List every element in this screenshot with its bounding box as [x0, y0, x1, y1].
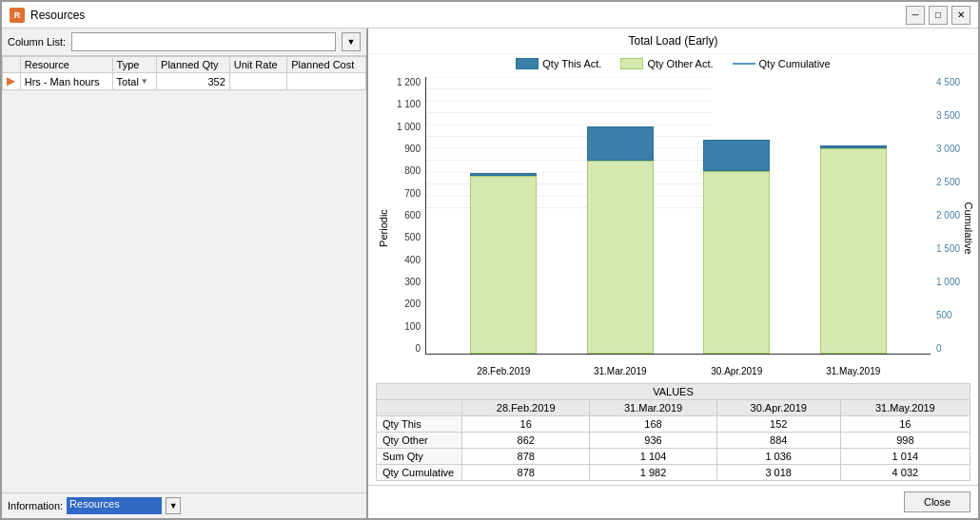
values-table-container: VALUES28.Feb.201931.Mar.201930.Apr.20193… [368, 383, 978, 485]
bar-group [465, 173, 541, 354]
values-title: VALUES [377, 384, 970, 400]
col-header-unit-rate: Unit Rate [229, 57, 286, 73]
bar-this-act [703, 140, 770, 171]
values-cell: 1 014 [840, 449, 970, 465]
values-cell: 3 018 [716, 465, 840, 481]
close-bar: Close [368, 485, 978, 518]
values-row-label: Qty Cumulative [377, 465, 462, 481]
values-row-label: Qty This [377, 416, 462, 433]
values-cell: 152 [716, 416, 840, 433]
close-window-button[interactable]: ✕ [951, 6, 970, 25]
minimize-button[interactable]: ─ [906, 6, 925, 25]
col-header-type: Type [112, 57, 156, 73]
y-axis-left-ticks: 01002003004005006007008009001 0001 1001 … [381, 77, 424, 354]
legend-qty-this-box [516, 58, 539, 69]
title-bar-left: R Resources [10, 8, 85, 23]
column-list-input[interactable] [71, 32, 336, 51]
values-row: Qty Other862936884998 [377, 433, 970, 449]
main-content: Column List: ▼ Resource Type Planned Qty… [2, 29, 978, 518]
values-row-label: Qty Other [377, 433, 462, 449]
values-cell: 998 [840, 433, 970, 449]
y-tick-left: 300 [381, 277, 424, 287]
legend-qty-this-label: Qty This Act. [542, 58, 601, 69]
y-tick-left: 500 [381, 232, 424, 242]
x-label: 30.Apr.2019 [698, 366, 774, 376]
legend-qty-other-box [620, 58, 643, 69]
unit-rate-cell [229, 73, 286, 90]
values-cell: 862 [462, 433, 590, 449]
bar-other-act [470, 176, 537, 354]
table-row: ▶ Hrs - Man hours Total ▼ 352 [3, 73, 366, 90]
col-header-planned-cost: Planned Cost [287, 57, 366, 73]
legend-qty-cumulative: Qty Cumulative [733, 58, 831, 69]
y-tick-right: 3 000 [932, 144, 976, 154]
y-tick-left: 900 [381, 144, 424, 154]
planned-cost-cell [287, 73, 366, 90]
y-tick-right: 500 [932, 310, 976, 320]
values-table: VALUES28.Feb.201931.Mar.201930.Apr.20193… [376, 383, 970, 481]
info-bar: Information: Resources ▼ [2, 492, 366, 518]
y-tick-right: 2 500 [932, 177, 976, 187]
chart-inner: 28.Feb.201931.Mar.201930.Apr.201931.May.… [425, 77, 931, 355]
values-cell: 4 032 [840, 465, 970, 481]
info-dropdown-arrow[interactable]: ▼ [166, 497, 181, 514]
col-header-1: 28.Feb.2019 [462, 400, 590, 416]
bar-stack [470, 173, 537, 354]
column-list-label: Column List: [8, 36, 66, 48]
info-select[interactable]: Resources [67, 497, 162, 514]
values-cell: 878 [462, 449, 590, 465]
y-tick-left: 400 [381, 255, 424, 265]
values-cell: 16 [840, 416, 970, 433]
x-labels: 28.Feb.201931.Mar.201930.Apr.201931.May.… [426, 366, 931, 376]
chart-area: Periodic Cumulative 28.Feb.201931.Mar.20… [368, 73, 978, 383]
y-tick-left: 1 000 [381, 122, 424, 132]
y-tick-right: 1 000 [932, 277, 976, 287]
bar-stack [703, 140, 770, 354]
legend-qty-cumulative-line [733, 63, 755, 65]
values-cell: 1 104 [590, 449, 716, 465]
x-label: 31.Mar.2019 [582, 366, 658, 376]
y-tick-right: 2 000 [932, 210, 976, 221]
y-tick-left: 1 200 [381, 77, 424, 87]
close-button[interactable]: Close [904, 491, 970, 512]
values-row: Sum Qty8781 1041 0361 014 [377, 449, 970, 465]
column-list-bar: Column List: ▼ [2, 29, 366, 56]
legend-qty-other: Qty Other Act. [620, 58, 713, 69]
resource-table: Resource Type Planned Qty Unit Rate Plan… [2, 56, 366, 90]
x-label: 31.May.2019 [815, 366, 892, 376]
type-cell: Total ▼ [112, 73, 156, 90]
legend-qty-other-label: Qty Other Act. [647, 58, 713, 69]
maximize-button[interactable]: □ [929, 6, 948, 25]
window-title: Resources [30, 9, 85, 22]
column-list-dropdown-arrow[interactable]: ▼ [342, 32, 361, 51]
bar-other-act [820, 148, 887, 354]
main-window: R Resources ─ □ ✕ Column List: ▼ [0, 0, 980, 520]
values-cell: 16 [462, 416, 590, 433]
y-tick-left: 1 100 [381, 99, 424, 109]
values-row: Qty Cumulative8781 9823 0184 032 [377, 465, 970, 481]
values-cell: 1 036 [716, 449, 840, 465]
y-tick-right: 1 500 [932, 243, 976, 254]
y-tick-left: 200 [381, 299, 424, 309]
col-header-0 [377, 400, 462, 416]
values-row: Qty This1616815216 [377, 416, 970, 433]
y-tick-left: 800 [381, 165, 424, 176]
resource-table-container: Resource Type Planned Qty Unit Rate Plan… [2, 56, 366, 492]
bar-stack [587, 126, 654, 354]
chart-title: Total Load (Early) [368, 29, 978, 54]
left-panel: Column List: ▼ Resource Type Planned Qty… [2, 29, 368, 518]
app-icon: R [10, 8, 25, 23]
y-tick-left: 0 [381, 343, 424, 354]
y-tick-right: 0 [932, 343, 976, 354]
bar-other-act [703, 171, 770, 354]
values-cell: 884 [716, 433, 840, 449]
legend-qty-cumulative-label: Qty Cumulative [759, 58, 831, 69]
resource-name-cell: Hrs - Man hours [20, 73, 112, 90]
col-header-resource-name: Resource [20, 57, 112, 73]
bar-group [582, 126, 658, 354]
values-row-label: Sum Qty [377, 449, 462, 465]
x-label: 28.Feb.2019 [465, 366, 541, 376]
legend-qty-this: Qty This Act. [516, 58, 601, 69]
col-header-planned-qty: Planned Qty [157, 57, 230, 73]
chart-legend: Qty This Act. Qty Other Act. Qty Cumulat… [368, 54, 978, 73]
